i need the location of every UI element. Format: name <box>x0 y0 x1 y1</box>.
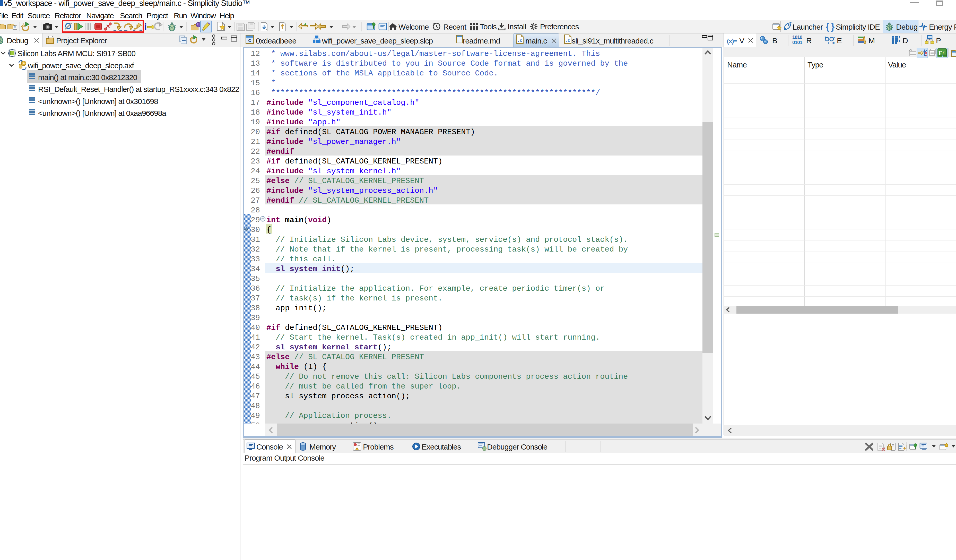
svg-text:c: c <box>248 38 251 44</box>
svg-text:.c: .c <box>517 38 522 43</box>
svg-text:.c: .c <box>565 38 570 43</box>
svg-text:=: = <box>832 41 835 45</box>
svg-text:F: F <box>939 50 942 56</box>
